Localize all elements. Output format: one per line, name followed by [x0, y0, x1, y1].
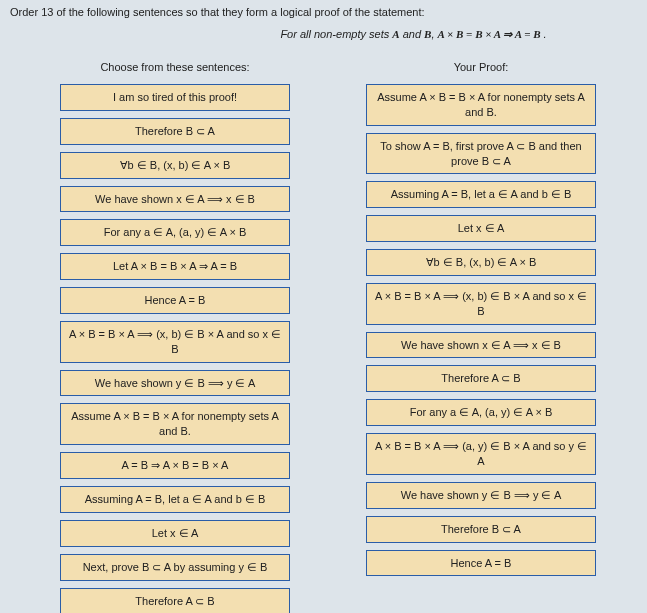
source-card[interactable]: We have shown x ∈ A ⟹ x ∈ B	[60, 186, 290, 213]
source-card[interactable]: Therefore A ⊂ B	[60, 588, 290, 614]
proof-card[interactable]: Assume A × B = B × A for nonempty sets A…	[366, 84, 596, 126]
proof-card[interactable]: A × B = B × A ⟹ (x, b) ∈ B × A and so x …	[366, 283, 596, 325]
proof-card[interactable]: Hence A = B	[366, 550, 596, 577]
proof-column: Your Proof: Assume A × B = B × A for non…	[346, 61, 616, 576]
statement-eq: A × B = B × A ⇒ A = B	[438, 28, 541, 40]
proof-card[interactable]: For any a ∈ A, (a, y) ∈ A × B	[366, 399, 596, 426]
statement-set-a: A	[392, 28, 399, 40]
source-card[interactable]: A × B = B × A ⟹ (x, b) ∈ B × A and so x …	[60, 321, 290, 363]
proof-header: Your Proof:	[454, 61, 509, 73]
statement-prefix: For all non-empty sets	[280, 28, 392, 40]
instruction-text: Order 13 of the following sentences so t…	[10, 6, 637, 18]
source-card[interactable]: We have shown y ∈ B ⟹ y ∈ A	[60, 370, 290, 397]
proof-card[interactable]: Let x ∈ A	[366, 215, 596, 242]
source-card[interactable]: Assuming A = B, let a ∈ A and b ∈ B	[60, 486, 290, 513]
source-card[interactable]: A = B ⇒ A × B = B × A	[60, 452, 290, 479]
columns: Choose from these sentences: I am so tir…	[10, 61, 637, 613]
proof-card[interactable]: ∀b ∈ B, (x, b) ∈ A × B	[366, 249, 596, 276]
source-card[interactable]: Let A × B = B × A ⇒ A = B	[60, 253, 290, 280]
source-card[interactable]: For any a ∈ A, (a, y) ∈ A × B	[60, 219, 290, 246]
proof-card[interactable]: A × B = B × A ⟹ (a, y) ∈ B × A and so y …	[366, 433, 596, 475]
source-card[interactable]: I am so tired of this proof!	[60, 84, 290, 111]
source-card[interactable]: Therefore B ⊂ A	[60, 118, 290, 145]
proof-card[interactable]: Therefore A ⊂ B	[366, 365, 596, 392]
source-column: Choose from these sentences: I am so tir…	[40, 61, 310, 613]
source-card[interactable]: Assume A × B = B × A for nonempty sets A…	[60, 403, 290, 445]
statement-and: and	[400, 28, 424, 40]
proof-card[interactable]: We have shown x ∈ A ⟹ x ∈ B	[366, 332, 596, 359]
proof-card[interactable]: Assuming A = B, let a ∈ A and b ∈ B	[366, 181, 596, 208]
proof-card[interactable]: We have shown y ∈ B ⟹ y ∈ A	[366, 482, 596, 509]
statement-end: .	[541, 28, 547, 40]
source-card[interactable]: Hence A = B	[60, 287, 290, 314]
statement-line: For all non-empty sets A and B, A × B = …	[10, 28, 637, 41]
proof-card[interactable]: To show A = B, first prove A ⊂ B and the…	[366, 133, 596, 175]
source-card[interactable]: ∀b ∈ B, (x, b) ∈ A × B	[60, 152, 290, 179]
source-card[interactable]: Next, prove B ⊂ A by assuming y ∈ B	[60, 554, 290, 581]
proof-card[interactable]: Therefore B ⊂ A	[366, 516, 596, 543]
source-card[interactable]: Let x ∈ A	[60, 520, 290, 547]
source-header: Choose from these sentences:	[100, 61, 249, 73]
